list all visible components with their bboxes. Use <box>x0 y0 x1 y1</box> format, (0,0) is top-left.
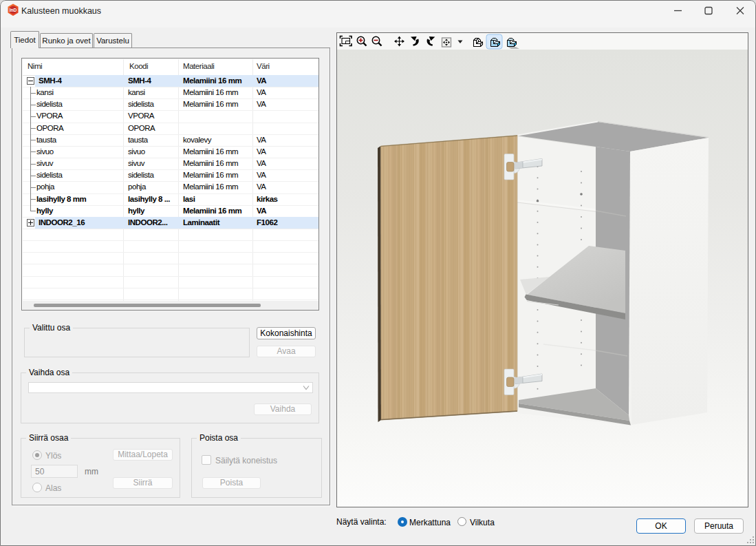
svg-text:InD: InD <box>10 8 17 12</box>
